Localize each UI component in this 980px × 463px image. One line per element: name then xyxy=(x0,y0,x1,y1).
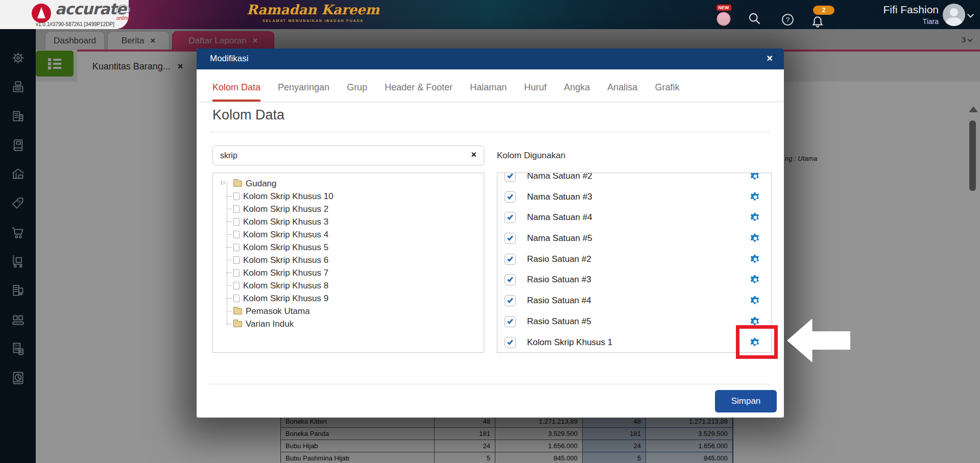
tree-item-label: Pemasok Utama xyxy=(246,306,310,316)
tree-item-kolom-skrip-khusus-9[interactable]: Kolom Skrip Khusus 9 xyxy=(213,292,484,305)
chevron-down-icon[interactable] xyxy=(967,11,974,18)
check-icon xyxy=(507,318,513,324)
used-column-row-nama-satuan-3: Nama Satuan #3 xyxy=(497,187,771,208)
used-column-row-nama-satuan-2: Nama Satuan #2 xyxy=(497,173,771,187)
check-icon xyxy=(507,338,513,345)
column-settings-gear-icon[interactable] xyxy=(749,253,762,266)
file-icon xyxy=(233,282,240,289)
used-column-label: Nama Satuan #2 xyxy=(527,173,592,181)
close-icon[interactable]: × xyxy=(767,53,773,64)
dialog-title: Modifikasi xyxy=(210,54,249,64)
used-column-label: Kolom Skrip Khusus 1 xyxy=(527,337,612,348)
new-badge: NEW xyxy=(716,5,731,11)
checkbox[interactable] xyxy=(505,254,516,265)
company-name: Fifi Fashion xyxy=(838,4,939,16)
tree-item-kolom-skrip-khusus-4[interactable]: Kolom Skrip Khusus 4 xyxy=(213,228,484,241)
column-settings-gear-icon[interactable] xyxy=(749,232,762,245)
used-column-label: Rasio Satuan #5 xyxy=(527,316,591,327)
help-icon[interactable]: ? xyxy=(781,13,794,26)
search-icon[interactable] xyxy=(748,12,761,26)
used-column-row-nama-satuan-4: Nama Satuan #4 xyxy=(497,207,771,228)
column-settings-gear-icon[interactable] xyxy=(749,190,762,204)
tree-item-varian-induk[interactable]: Varian Induk xyxy=(213,318,484,330)
checkbox[interactable] xyxy=(505,337,516,348)
mascot-icon xyxy=(716,12,731,26)
tree-item-label: Varian Induk xyxy=(246,319,294,329)
user-avatar[interactable] xyxy=(943,4,965,26)
notification-bell-icon[interactable] xyxy=(811,15,824,29)
tree-connector xyxy=(227,196,232,197)
checkbox[interactable] xyxy=(505,173,516,182)
tree-connector xyxy=(227,222,232,222)
tree-item-pemasok-utama[interactable]: Pemasok Utama xyxy=(213,305,484,318)
tree-item-kolom-skrip-khusus-2[interactable]: Kolom Skrip Khusus 2 xyxy=(213,203,484,215)
dialog-tab-angka[interactable]: Angka xyxy=(564,82,590,102)
tree-item-label: Kolom Skrip Khusus 2 xyxy=(243,204,328,214)
top-bar: accurate online v1.0.1#3790-587261 [3499… xyxy=(0,0,980,29)
used-column-label: Rasio Satuan #3 xyxy=(527,275,591,285)
tree-connector xyxy=(227,209,232,209)
used-column-label: Rasio Satuan #2 xyxy=(527,254,591,264)
save-button[interactable]: Simpan xyxy=(715,390,777,412)
whats-new-button[interactable]: NEW xyxy=(714,2,733,26)
file-icon xyxy=(233,256,240,264)
used-column-label: Rasio Satuan #4 xyxy=(527,296,591,306)
divider xyxy=(210,132,771,132)
check-icon xyxy=(507,214,513,220)
expand-arrow-icon[interactable]: ▷ xyxy=(221,179,225,186)
file-icon xyxy=(233,243,240,251)
checkbox[interactable] xyxy=(505,191,516,203)
tree-item-kolom-skrip-khusus-5[interactable]: Kolom Skrip Khusus 5 xyxy=(213,241,484,254)
tree-item-label: Kolom Skrip Khusus 3 xyxy=(243,217,328,227)
tree-item-kolom-skrip-khusus-6[interactable]: Kolom Skrip Khusus 6 xyxy=(213,254,484,266)
tree-connector xyxy=(227,298,232,299)
column-settings-gear-icon[interactable] xyxy=(749,173,762,183)
application-window: accurate online v1.0.1#3790-587261 [3499… xyxy=(0,0,980,463)
folder-icon xyxy=(233,181,242,187)
checkbox[interactable] xyxy=(505,274,516,285)
tree-item-gudang[interactable]: ▷Gudang xyxy=(213,177,484,190)
dialog-tabs: Kolom DataPenyaringanGrupHeader & Footer… xyxy=(197,69,784,102)
dialog-tab-analisa[interactable]: Analisa xyxy=(607,82,637,102)
tree-item-label: Kolom Skrip Khusus 8 xyxy=(243,281,328,291)
divider xyxy=(210,384,771,384)
file-icon xyxy=(233,205,240,213)
used-column-row-rasio-satuan-3: Rasio Satuan #3 xyxy=(497,270,771,290)
dialog-tab-huruf[interactable]: Huruf xyxy=(524,82,546,102)
checkbox[interactable] xyxy=(505,233,516,244)
column-settings-gear-icon[interactable] xyxy=(749,273,762,286)
used-column-label: Nama Satuan #3 xyxy=(527,192,592,202)
checkbox[interactable] xyxy=(505,212,516,223)
account-block[interactable]: Fifi Fashion Tiara xyxy=(838,4,939,26)
dialog-tab-grup[interactable]: Grup xyxy=(347,82,367,102)
tree-item-kolom-skrip-khusus-7[interactable]: Kolom Skrip Khusus 7 xyxy=(213,266,484,279)
used-columns-list[interactable]: Nama Satuan #2Nama Satuan #3Nama Satuan … xyxy=(497,173,772,353)
folder-icon xyxy=(233,308,242,314)
tree-item-kolom-skrip-khusus-8[interactable]: Kolom Skrip Khusus 8 xyxy=(213,279,484,292)
dialog-tab-grafik[interactable]: Grafik xyxy=(655,82,679,102)
used-column-row-rasio-satuan-2: Rasio Satuan #2 xyxy=(497,249,771,270)
dialog-tab-penyaringan[interactable]: Penyaringan xyxy=(278,82,329,102)
brand-plate: accurate online v1.0.1#3790-587261 [3499… xyxy=(0,0,129,29)
tree-item-kolom-skrip-khusus-10[interactable]: Kolom Skrip Khusus 10 xyxy=(213,190,484,203)
checkbox[interactable] xyxy=(505,295,516,306)
folder-icon xyxy=(233,321,242,327)
svg-text:?: ? xyxy=(786,16,790,23)
brand-online-label: online xyxy=(116,15,130,21)
tree-connector xyxy=(227,260,232,260)
column-settings-gear-icon[interactable] xyxy=(749,294,762,307)
check-icon xyxy=(507,234,513,240)
file-icon xyxy=(233,269,240,277)
check-icon xyxy=(507,276,513,282)
dialog-tab-halaman[interactable]: Halaman xyxy=(470,82,507,102)
available-columns-tree[interactable]: ▷GudangKolom Skrip Khusus 10Kolom Skrip … xyxy=(212,173,484,353)
clear-search-icon[interactable]: × xyxy=(471,150,476,160)
checkbox[interactable] xyxy=(505,316,516,327)
used-columns-label: Kolom Digunakan xyxy=(497,151,565,161)
column-settings-gear-icon[interactable] xyxy=(749,211,762,224)
search-input[interactable] xyxy=(213,146,484,165)
tree-item-kolom-skrip-khusus-3[interactable]: Kolom Skrip Khusus 3 xyxy=(213,215,484,228)
check-icon xyxy=(507,255,513,261)
dialog-tab-kolom-data[interactable]: Kolom Data xyxy=(212,82,260,102)
dialog-tab-header-footer[interactable]: Header & Footer xyxy=(385,82,452,102)
